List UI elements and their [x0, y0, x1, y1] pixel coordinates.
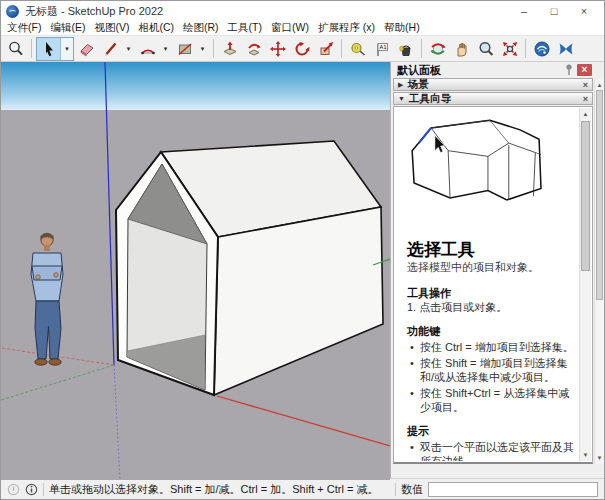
panel-close-button[interactable]: × [577, 64, 592, 76]
arc-icon [139, 40, 157, 58]
maximize-button[interactable]: □ [539, 2, 569, 20]
select-tool-group: ▼ [36, 37, 74, 61]
pencil-icon [102, 40, 120, 58]
paint-bucket-button[interactable] [394, 38, 417, 60]
status-message: 单击或拖动以选择对象。Shift = 加/减。Ctrl = 加。Shift + … [49, 482, 390, 497]
menu-extensions[interactable]: 扩展程序 (x) [318, 21, 375, 35]
orbit-icon [429, 40, 447, 58]
status-separator [395, 483, 396, 496]
scrollbar-thumb[interactable] [581, 121, 590, 271]
move-button[interactable] [266, 38, 289, 60]
chevron-down-icon: ▼ [163, 46, 169, 52]
rectangle-dropdown-button[interactable]: ▼ [196, 38, 209, 60]
text-button[interactable]: A1 [370, 38, 393, 60]
toolbar-separator [341, 39, 342, 58]
scale-button[interactable] [314, 38, 337, 60]
close-button[interactable]: × [569, 2, 599, 20]
eraser-icon [78, 40, 96, 58]
statusbar: 单击或拖动以选择对象。Shift = 加/减。Ctrl = 加。Shift + … [1, 478, 604, 499]
rectangle-tool-button[interactable] [173, 38, 196, 60]
section-close-icon[interactable]: × [583, 94, 588, 104]
pan-button[interactable] [450, 38, 473, 60]
toolbar-separator [31, 39, 32, 58]
3d-warehouse-button[interactable] [530, 38, 553, 60]
arc-dropdown-button[interactable]: ▼ [159, 38, 172, 60]
geolocation-icon[interactable] [7, 483, 20, 496]
3d-warehouse-icon [533, 40, 551, 58]
instructor-scrollbar[interactable]: ▲ ▼ [579, 108, 591, 461]
zoom-icon [477, 40, 495, 58]
line-tool-group: ▼ [99, 38, 135, 60]
instructor-keys-heading: 功能键 [407, 324, 575, 338]
select-dropdown-button[interactable]: ▼ [60, 38, 73, 60]
chevron-down-icon: ▼ [64, 46, 70, 52]
select-arrow-icon [40, 40, 58, 58]
search-icon [7, 40, 25, 58]
scrollbar-thumb[interactable] [596, 90, 603, 300]
follow-me-icon [245, 40, 263, 58]
pin-icon[interactable] [564, 63, 574, 78]
toolbar-separator [213, 39, 214, 58]
pan-hand-icon [453, 40, 471, 58]
orbit-button[interactable] [426, 38, 449, 60]
menu-camera[interactable]: 相机(C) [138, 21, 174, 35]
sketchup-window: 无标题 - SketchUp Pro 2022 – □ × 文件(F) 编辑(E… [0, 0, 605, 500]
rotate-icon [293, 40, 311, 58]
menu-view[interactable]: 视图(V) [94, 21, 129, 35]
scale-icon [317, 40, 335, 58]
search-button[interactable] [4, 38, 27, 60]
panel-scrollbar[interactable]: ▲ ▼ [594, 79, 604, 464]
instructor-tip-item: 双击一个平面以选定该平面及其所有边线。 [407, 440, 575, 461]
push-pull-button[interactable] [218, 38, 241, 60]
instructor-tool-title: 选择工具 [407, 240, 575, 260]
section-scenes[interactable]: ▶ 场景 × [393, 78, 593, 91]
zoom-extents-button[interactable] [498, 38, 521, 60]
model-viewport[interactable] [1, 62, 390, 478]
panel-titlebar: 默认面板 × [393, 62, 593, 78]
section-scenes-label: 场景 [407, 78, 428, 92]
rotate-button[interactable] [290, 38, 313, 60]
minimize-button[interactable]: – [509, 2, 539, 20]
measurements-label: 数值 [401, 482, 423, 497]
line-tool-button[interactable] [99, 38, 122, 60]
chevron-right-icon: ▶ [398, 81, 403, 89]
follow-me-button[interactable] [242, 38, 265, 60]
instructor-tool-subtitle: 选择模型中的项目和对象。 [407, 260, 575, 274]
chevron-down-icon: ▼ [126, 46, 132, 52]
model-scene [1, 62, 390, 480]
menu-file[interactable]: 文件(F) [7, 21, 41, 35]
line-dropdown-button[interactable]: ▼ [122, 38, 135, 60]
extension-warehouse-button[interactable] [554, 38, 577, 60]
eraser-button[interactable] [75, 38, 98, 60]
move-icon [269, 40, 287, 58]
instructor-key-item: 按住 Ctrl = 增加项目到选择集。 [407, 340, 575, 354]
tape-measure-button[interactable] [346, 38, 369, 60]
menubar: 文件(F) 编辑(E) 视图(V) 相机(C) 绘图(R) 工具(T) 窗口(W… [1, 21, 604, 35]
titlebar: 无标题 - SketchUp Pro 2022 – □ × [1, 1, 604, 21]
menu-tools[interactable]: 工具(T) [228, 21, 262, 35]
window-title: 无标题 - SketchUp Pro 2022 [25, 4, 163, 19]
arc-tool-button[interactable] [136, 38, 159, 60]
instructor-key-item: 按住 Shift = 增加项目到选择集和/或从选择集中减少项目。 [407, 356, 575, 384]
instructor-key-item: 按住 Shift+Ctrl = 从选择集中减少项目。 [407, 386, 575, 414]
menu-help[interactable]: 帮助(H) [384, 21, 420, 35]
toolbar: ▼ ▼ ▼ ▼ [1, 35, 604, 62]
menu-window[interactable]: 窗口(W) [271, 21, 309, 35]
instructor-operation-item: 1. 点击项目或对象。 [407, 300, 575, 314]
sketchup-logo-icon [6, 5, 19, 18]
scroll-up-icon[interactable]: ▲ [580, 108, 591, 120]
menu-edit[interactable]: 编辑(E) [50, 21, 85, 35]
select-tool-button[interactable] [37, 38, 60, 60]
credits-info-icon[interactable] [25, 483, 38, 496]
toolbar-separator [421, 39, 422, 58]
menu-draw[interactable]: 绘图(R) [183, 21, 219, 35]
section-close-icon[interactable]: × [583, 80, 588, 90]
default-tray-panel: 默认面板 × ▶ 场景 × ▼ 工具向导 × [390, 62, 604, 478]
scroll-down-icon[interactable]: ▼ [580, 449, 591, 461]
zoom-button[interactable] [474, 38, 497, 60]
section-instructor[interactable]: ▼ 工具向导 × [393, 92, 593, 105]
scroll-down-icon[interactable]: ▼ [595, 452, 604, 464]
toolbar-separator [525, 39, 526, 58]
measurements-input[interactable] [428, 482, 598, 497]
paint-bucket-icon [397, 40, 415, 58]
